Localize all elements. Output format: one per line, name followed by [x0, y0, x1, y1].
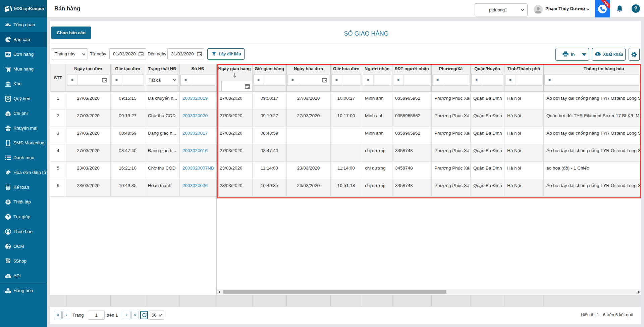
svg-text:?: ?	[7, 215, 9, 219]
svg-text:$: $	[7, 113, 9, 116]
